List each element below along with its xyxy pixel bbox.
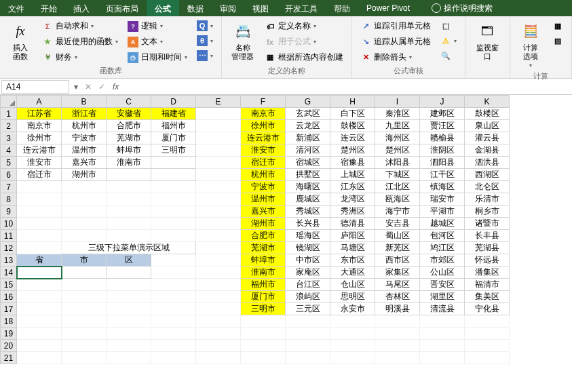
- tab-file[interactable]: 文件: [0, 0, 33, 16]
- cell-H18[interactable]: [330, 315, 375, 328]
- cell-G11[interactable]: 瑶海区: [286, 230, 330, 242]
- cell-H5[interactable]: 宿豫县: [330, 157, 375, 169]
- cell-J2[interactable]: 贾汪区: [420, 120, 465, 132]
- financial-button[interactable]: ￥财务▾: [39, 50, 121, 64]
- cell-D18[interactable]: [151, 315, 196, 328]
- cell-D13[interactable]: [151, 254, 196, 267]
- cell-K20[interactable]: [465, 340, 510, 352]
- cell-B18[interactable]: [62, 315, 107, 328]
- cell-B6[interactable]: 湖州市: [62, 169, 107, 181]
- cell-A1[interactable]: 江苏省: [17, 108, 62, 120]
- error-checking-button[interactable]: ⚠▾: [438, 34, 459, 47]
- tab-data[interactable]: 数据: [179, 0, 212, 16]
- tab-home[interactable]: 开始: [33, 0, 65, 16]
- cell-B5[interactable]: 嘉兴市: [62, 157, 107, 169]
- cell-B17[interactable]: [62, 303, 107, 315]
- row-header-7[interactable]: 7: [1, 181, 17, 193]
- cell-C10[interactable]: [107, 218, 151, 230]
- cell-D11[interactable]: [151, 230, 196, 242]
- text-button[interactable]: A文本▾: [125, 35, 190, 49]
- cell-K6[interactable]: 西湖区: [465, 169, 510, 181]
- cell-J16[interactable]: 湖里区: [420, 291, 465, 303]
- cell-I4[interactable]: 楚州区: [375, 144, 420, 157]
- row-header-9[interactable]: 9: [1, 205, 17, 218]
- cell-K3[interactable]: 灌云县: [465, 132, 510, 144]
- cell-H1[interactable]: 白下区: [330, 108, 375, 120]
- row-header-11[interactable]: 11: [1, 230, 17, 242]
- col-header-B[interactable]: B: [62, 96, 107, 108]
- cell-D14[interactable]: [151, 267, 196, 279]
- cell-K21[interactable]: [465, 352, 510, 364]
- cell-H7[interactable]: 江东区: [330, 181, 375, 193]
- formula-input[interactable]: [123, 81, 572, 93]
- cell-G21[interactable]: [286, 352, 330, 364]
- cell-A19[interactable]: [17, 328, 62, 340]
- watch-window-button[interactable]: 🗔 监视窗口: [471, 19, 504, 62]
- cell-D6[interactable]: [151, 169, 196, 181]
- cell-I6[interactable]: 下城区: [375, 169, 420, 181]
- cell-I15[interactable]: 马尾区: [375, 279, 420, 291]
- trace-dependents-button[interactable]: ↘追踪从属单元格: [358, 35, 434, 49]
- cell-D16[interactable]: [151, 291, 196, 303]
- col-header-J[interactable]: J: [420, 96, 465, 108]
- cell-E19[interactable]: [196, 328, 241, 340]
- cell-H14[interactable]: 大通区: [330, 267, 375, 279]
- tab-view[interactable]: 视图: [244, 0, 277, 16]
- cell-J1[interactable]: 建邺区: [420, 108, 465, 120]
- cell-B3[interactable]: 宁波市: [62, 132, 107, 144]
- cell-F21[interactable]: [241, 352, 286, 364]
- cell-I14[interactable]: 家集区: [375, 267, 420, 279]
- cell-G19[interactable]: [286, 328, 330, 340]
- cell-J12[interactable]: 鸠江区: [420, 242, 465, 254]
- cell-J11[interactable]: 包河区: [420, 230, 465, 242]
- calc-sheet-button[interactable]: ▤: [550, 34, 566, 47]
- cell-I20[interactable]: [375, 340, 420, 352]
- row-header-14[interactable]: 14: [1, 267, 17, 279]
- cell-I18[interactable]: [375, 315, 420, 328]
- cell-G1[interactable]: 玄武区: [286, 108, 330, 120]
- cell-J13[interactable]: 市郊区: [420, 254, 465, 267]
- define-name-button[interactable]: 🏷定义名称▾: [262, 19, 346, 33]
- cell-F20[interactable]: [241, 340, 286, 352]
- cell-K14[interactable]: 潘集区: [465, 267, 510, 279]
- cell-D17[interactable]: [151, 303, 196, 315]
- cell-K8[interactable]: 乐清市: [465, 193, 510, 205]
- cell-J3[interactable]: 赣榆县: [420, 132, 465, 144]
- cell-B20[interactable]: [62, 340, 107, 352]
- cell-H20[interactable]: [330, 340, 375, 352]
- cell-A5[interactable]: 淮安市: [17, 157, 62, 169]
- cell-G7[interactable]: 海曙区: [286, 181, 330, 193]
- name-box[interactable]: A14: [1, 80, 69, 94]
- cell-E14[interactable]: [196, 267, 241, 279]
- col-header-E[interactable]: E: [196, 96, 241, 108]
- row-header-8[interactable]: 8: [1, 193, 17, 205]
- cell-K11[interactable]: 长丰县: [465, 230, 510, 242]
- cell-A7[interactable]: [17, 181, 62, 193]
- cell-A13[interactable]: 省: [17, 254, 62, 267]
- cell-G12[interactable]: 镜湖区: [286, 242, 330, 254]
- cell-I8[interactable]: 瓯海区: [375, 193, 420, 205]
- cell-H19[interactable]: [330, 328, 375, 340]
- cell-I2[interactable]: 九里区: [375, 120, 420, 132]
- cell-J17[interactable]: 清流县: [420, 303, 465, 315]
- cell-H11[interactable]: 庐阳区: [330, 230, 375, 242]
- cell-D2[interactable]: 福州市: [151, 120, 196, 132]
- cell-E15[interactable]: [196, 279, 241, 291]
- cell-I19[interactable]: [375, 328, 420, 340]
- cell-G20[interactable]: [286, 340, 330, 352]
- datetime-button[interactable]: ◷日期和时间▾: [125, 50, 190, 64]
- cell-F3[interactable]: 连云港市: [241, 132, 286, 144]
- cell-F17[interactable]: 三明市: [241, 303, 286, 315]
- tab-dev[interactable]: 开发工具: [277, 0, 326, 16]
- cell-D10[interactable]: [151, 218, 196, 230]
- cell-A9[interactable]: [17, 205, 62, 218]
- cell-F19[interactable]: [241, 328, 286, 340]
- cell-A2[interactable]: 南京市: [17, 120, 62, 132]
- cell-C21[interactable]: [107, 352, 151, 364]
- cell-C9[interactable]: [107, 205, 151, 218]
- cell-I10[interactable]: 安吉县: [375, 218, 420, 230]
- cell-E20[interactable]: [196, 340, 241, 352]
- cell-I3[interactable]: 海州区: [375, 132, 420, 144]
- cell-A18[interactable]: [17, 315, 62, 328]
- cell-D20[interactable]: [151, 340, 196, 352]
